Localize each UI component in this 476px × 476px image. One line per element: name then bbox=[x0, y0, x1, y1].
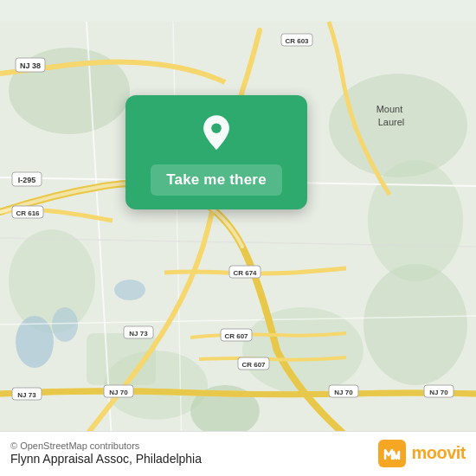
svg-text:CR 603: CR 603 bbox=[285, 37, 309, 45]
svg-text:Mount: Mount bbox=[376, 104, 403, 114]
bottom-left: © OpenStreetMap contributors Flynn Appra… bbox=[10, 441, 202, 466]
svg-text:CR 607: CR 607 bbox=[224, 332, 248, 340]
svg-point-44 bbox=[211, 123, 222, 133]
svg-text:NJ 38: NJ 38 bbox=[20, 61, 41, 70]
svg-text:CR 674: CR 674 bbox=[233, 269, 257, 277]
location-pin-icon bbox=[196, 113, 237, 154]
svg-text:Laurel: Laurel bbox=[378, 117, 405, 127]
svg-point-5 bbox=[9, 229, 95, 333]
moovit-brand-icon bbox=[378, 440, 406, 467]
take-me-there-button[interactable]: Take me there bbox=[151, 164, 282, 196]
svg-point-4 bbox=[363, 264, 467, 385]
svg-text:NJ 70: NJ 70 bbox=[334, 389, 353, 396]
osm-credit: © OpenStreetMap contributors bbox=[10, 441, 202, 451]
map-background: NJ 38 I-295 CR 616 CR 603 Mount Laurel C… bbox=[0, 0, 476, 476]
place-name: Flynn Appraisal Assoc, Philadelphia bbox=[10, 452, 202, 466]
take-me-there-overlay: Take me there bbox=[125, 95, 307, 209]
map-container: NJ 38 I-295 CR 616 CR 603 Mount Laurel C… bbox=[0, 0, 476, 476]
svg-text:NJ 70: NJ 70 bbox=[429, 389, 448, 396]
svg-text:NJ 70: NJ 70 bbox=[109, 389, 128, 396]
green-card: Take me there bbox=[125, 95, 307, 209]
svg-text:CR 616: CR 616 bbox=[16, 209, 40, 217]
bottom-bar: © OpenStreetMap contributors Flynn Appra… bbox=[0, 431, 476, 476]
svg-text:CR 607: CR 607 bbox=[241, 361, 266, 369]
moovit-logo: moovit bbox=[378, 440, 466, 467]
svg-point-11 bbox=[52, 307, 78, 342]
svg-text:NJ 73: NJ 73 bbox=[17, 391, 36, 399]
svg-text:NJ 73: NJ 73 bbox=[129, 330, 148, 338]
svg-point-12 bbox=[114, 280, 145, 300]
moovit-brand-text: moovit bbox=[411, 443, 466, 463]
svg-text:I-295: I-295 bbox=[18, 176, 36, 184]
